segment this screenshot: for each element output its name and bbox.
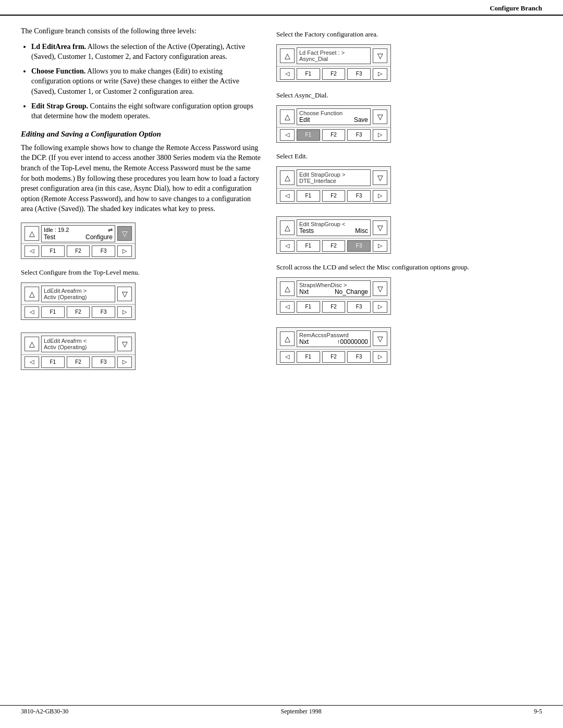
left-column: The Configure branch consists of the fol… bbox=[21, 26, 261, 379]
idle-f1[interactable]: F1 bbox=[41, 245, 65, 257]
intro-paragraph: The Configure branch consists of the fol… bbox=[21, 26, 261, 36]
straps-when-panel: △ StrapsWhenDisc > Nxt No_Change ▽ ◁ F1 … bbox=[276, 277, 391, 315]
ldedit1-fwd-btn[interactable]: ▷ bbox=[117, 306, 132, 318]
edit-strap2-f1[interactable]: F1 bbox=[297, 240, 320, 252]
ldfact-down-btn[interactable]: ▽ bbox=[373, 48, 387, 63]
rem-access-f3[interactable]: F3 bbox=[347, 351, 371, 363]
edit-strap1-down-btn[interactable]: ▽ bbox=[373, 170, 387, 185]
straps-when-down-btn[interactable]: ▽ bbox=[373, 281, 387, 296]
page-header: Configure Branch bbox=[0, 0, 563, 16]
rem-access-top-row: △ RemAccssPasswrd Nxt ↑00000000 ▽ bbox=[277, 328, 390, 350]
choose-function-top-row: △ Choose Function Edit Save ▽ bbox=[277, 106, 390, 128]
straps-when-fwd-btn[interactable]: ▷ bbox=[373, 301, 387, 313]
rem-access-display: RemAccssPasswrd Nxt ↑00000000 bbox=[297, 330, 371, 347]
ldedit1-back-btn[interactable]: ◁ bbox=[25, 306, 39, 318]
idle-f3[interactable]: F3 bbox=[92, 245, 115, 257]
ldedit2-down-btn[interactable]: ▽ bbox=[117, 337, 132, 351]
ldfact-f2[interactable]: F2 bbox=[322, 68, 346, 80]
edit-strap1-top-row: △ Edit StrapGroup > DTE_Interface ▽ bbox=[277, 167, 390, 189]
straps-when-f2[interactable]: F2 bbox=[322, 301, 346, 313]
ldedit1-f1[interactable]: F1 bbox=[41, 306, 65, 318]
ldedit2-top-row: △ LdEdit Areafrm < Activ (Operating) ▽ bbox=[21, 333, 135, 355]
ldedit1-panel: △ LdEdit Areafrm > Activ (Operating) ▽ ◁… bbox=[21, 282, 136, 320]
right-column: Select the Factory configuration area. △… bbox=[276, 26, 516, 379]
edit-strap1-fwd-btn[interactable]: ▷ bbox=[373, 190, 387, 202]
idle-up-btn[interactable]: △ bbox=[25, 226, 39, 241]
edit-strap1-f1[interactable]: F1 bbox=[297, 190, 320, 202]
straps-when-nochange: No_Change bbox=[335, 288, 368, 295]
straps-when-back-btn[interactable]: ◁ bbox=[280, 301, 295, 313]
edit-strap2-down-btn[interactable]: ▽ bbox=[373, 220, 387, 235]
edit-strap2-f3[interactable]: F3 bbox=[347, 240, 371, 252]
idle-f2[interactable]: F2 bbox=[67, 245, 90, 257]
straps-when-nxt: Nxt bbox=[299, 288, 309, 295]
idle-fwd-btn[interactable]: ▷ bbox=[117, 245, 132, 257]
ldedit1-bottom-row: ◁ F1 F2 F3 ▷ bbox=[21, 305, 135, 319]
ldedit2-f3[interactable]: F3 bbox=[92, 356, 115, 368]
choose-function-f1[interactable]: F1 bbox=[297, 129, 320, 141]
rem-access-value: ↑00000000 bbox=[337, 338, 368, 346]
ldfact-bottom-row: ◁ F1 F2 F3 ▷ bbox=[277, 67, 390, 81]
edit-strap1-f3[interactable]: F3 bbox=[347, 190, 371, 202]
choose-function-up-btn[interactable]: △ bbox=[280, 109, 295, 124]
edit-strap2-back-btn[interactable]: ◁ bbox=[280, 240, 295, 252]
ldfact-fwd-btn[interactable]: ▷ bbox=[373, 68, 387, 80]
ldfact-up-btn[interactable]: △ bbox=[280, 48, 295, 63]
ldfact-back-btn[interactable]: ◁ bbox=[280, 68, 295, 80]
rem-access-fwd-btn[interactable]: ▷ bbox=[373, 351, 387, 363]
choose-function-panel: △ Choose Function Edit Save ▽ ◁ F1 F2 F3 bbox=[276, 105, 391, 143]
idle-back-btn[interactable]: ◁ bbox=[25, 245, 39, 257]
ldedit1-down-btn[interactable]: ▽ bbox=[117, 287, 132, 301]
ldedit1-f2[interactable]: F2 bbox=[67, 306, 90, 318]
straps-when-f1[interactable]: F1 bbox=[297, 301, 320, 313]
choose-function-back-btn[interactable]: ◁ bbox=[280, 129, 295, 141]
edit-strap1-up-btn[interactable]: △ bbox=[280, 170, 295, 185]
bullet-term-2: Choose Function. bbox=[31, 67, 85, 75]
edit-strap2-bottom-row: ◁ F1 F2 F3 ▷ bbox=[277, 239, 390, 253]
edit-strap1-back-btn[interactable]: ◁ bbox=[280, 190, 295, 202]
rem-access-down-btn[interactable]: ▽ bbox=[373, 331, 387, 346]
ldfact-line1: Ld Fact Preset : > bbox=[299, 50, 368, 56]
rem-access-f2[interactable]: F2 bbox=[322, 351, 346, 363]
rem-access-back-btn[interactable]: ◁ bbox=[280, 351, 295, 363]
bullet-term-3: Edit Strap Group. bbox=[31, 102, 88, 110]
rem-access-f1[interactable]: F1 bbox=[297, 351, 320, 363]
idle-panel: △ Idle : 19.2 ⇌ Test Configure ▽ bbox=[21, 223, 136, 259]
edit-strap2-up-btn[interactable]: △ bbox=[280, 220, 295, 235]
ldedit2-up-btn[interactable]: △ bbox=[25, 337, 39, 351]
edit-strap2-fwd-btn[interactable]: ▷ bbox=[373, 240, 387, 252]
ldedit1-top-row: △ LdEdit Areafrm > Activ (Operating) ▽ bbox=[21, 283, 135, 305]
choose-function-f3[interactable]: F3 bbox=[347, 129, 371, 141]
ldfact-line2: Async_Dial bbox=[299, 56, 368, 62]
idle-panel-wrapper: △ Idle : 19.2 ⇌ Test Configure ▽ bbox=[21, 219, 261, 262]
choose-function-save: Save bbox=[354, 116, 368, 124]
choose-function-down-btn[interactable]: ▽ bbox=[373, 109, 387, 124]
bullet-item-3: Edit Strap Group. Contains the eight sof… bbox=[31, 101, 261, 121]
idle-down-btn[interactable]: ▽ bbox=[117, 226, 132, 241]
choose-function-fwd-btn[interactable]: ▷ bbox=[373, 129, 387, 141]
ldedit2-f2[interactable]: F2 bbox=[67, 356, 90, 368]
straps-when-f3[interactable]: F3 bbox=[347, 301, 371, 313]
ldedit1-up-btn[interactable]: △ bbox=[25, 287, 39, 301]
ldedit2-back-btn[interactable]: ◁ bbox=[25, 356, 39, 368]
straps-when-up-btn[interactable]: △ bbox=[280, 281, 295, 296]
header-title: Configure Branch bbox=[489, 4, 542, 13]
edit-strap1-f2[interactable]: F2 bbox=[322, 190, 346, 202]
ldfact-f1[interactable]: F1 bbox=[297, 68, 320, 80]
choose-function-f2[interactable]: F2 bbox=[322, 129, 346, 141]
bullet-list: Ld EditArea frm. Allows the selection of… bbox=[31, 42, 261, 121]
edit-strap2-misc: Misc bbox=[355, 227, 368, 235]
ldedit1-f3[interactable]: F3 bbox=[92, 306, 115, 318]
page-footer: 3810-A2-GB30-30 September 1998 9-5 bbox=[0, 705, 563, 718]
ldfact-f3[interactable]: F3 bbox=[347, 68, 371, 80]
ldedit2-f1[interactable]: F1 bbox=[41, 356, 65, 368]
rem-access-up-btn[interactable]: △ bbox=[280, 331, 295, 346]
idle-line1-right: ⇌ bbox=[108, 227, 113, 233]
ldedit2-fwd-btn[interactable]: ▷ bbox=[117, 356, 132, 368]
edit-strap2-f2[interactable]: F2 bbox=[322, 240, 346, 252]
ldedit2-panel: △ LdEdit Areafrm < Activ (Operating) ▽ ◁… bbox=[21, 332, 136, 370]
ldfact-panel-wrapper: △ Ld Fact Preset : > Async_Dial ▽ ◁ F1 F… bbox=[276, 41, 516, 85]
idle-line2-left: Test bbox=[44, 233, 55, 241]
caption-asyncdial: Select Async_Dial. bbox=[276, 91, 516, 100]
edit-strap2-panel-wrapper: △ Edit StrapGroup < Tests Misc ▽ ◁ F1 F2… bbox=[276, 213, 516, 257]
